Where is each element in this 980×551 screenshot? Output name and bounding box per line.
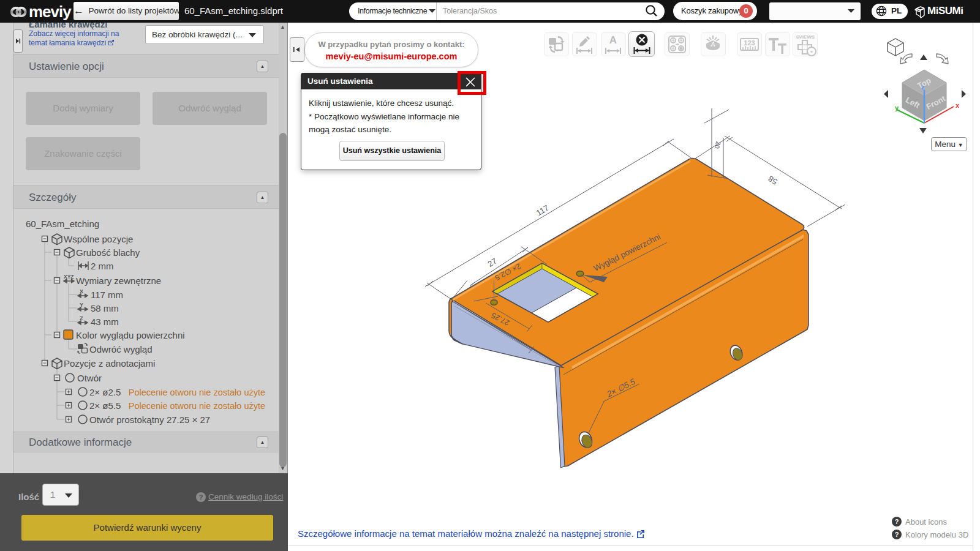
svg-text:A: A [710,41,715,48]
svg-text:Z: Z [80,315,83,321]
svg-text:Y: Y [80,302,83,308]
svg-text:meviy: meviy [29,2,72,21]
svg-text:XYZ: XYZ [64,274,74,280]
svg-text:X: X [80,288,83,294]
svg-text:6VIEWS: 6VIEWS [796,34,815,40]
svg-text:123: 123 [744,39,755,47]
svg-text:A: A [609,34,617,46]
